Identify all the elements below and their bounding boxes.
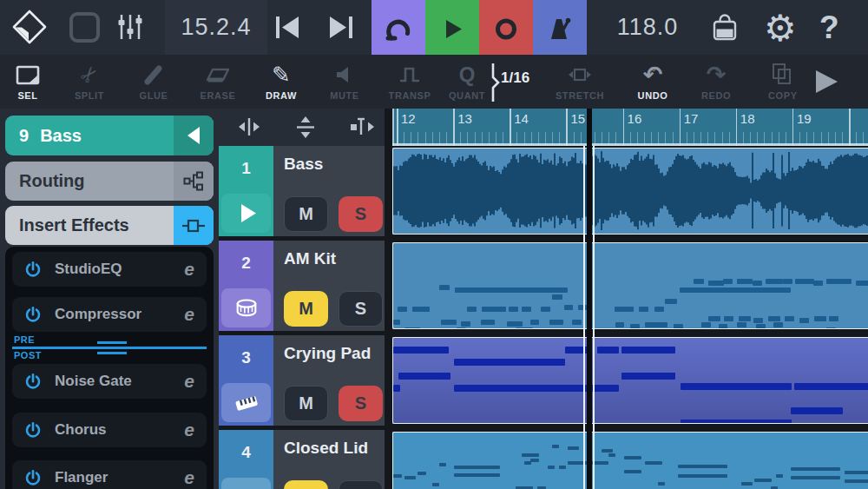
edit-effect-button[interactable]: e xyxy=(184,304,194,325)
track-row-bass[interactable]: 1 Bass M S xyxy=(219,146,385,236)
edit-effect-button[interactable]: e xyxy=(184,420,194,440)
power-icon[interactable] xyxy=(24,469,42,486)
mute-button[interactable]: M xyxy=(284,196,328,232)
track-row-cryingpad[interactable]: 3 Crying Pad M S xyxy=(219,335,385,426)
cycle-loop-button[interactable] xyxy=(372,0,425,58)
power-icon[interactable] xyxy=(24,421,42,439)
tool-mute[interactable]: MUTE xyxy=(317,55,372,109)
keys-track-icon[interactable] xyxy=(221,383,271,422)
tempo-display[interactable]: 118.0 xyxy=(608,0,687,55)
midi-note xyxy=(509,307,518,312)
stop-button[interactable] xyxy=(69,12,100,43)
midi-note xyxy=(799,318,809,323)
midi-clip-closedlid[interactable] xyxy=(392,432,868,489)
midi-note xyxy=(507,321,523,327)
tool-undo[interactable]: ↶° UNDO xyxy=(625,55,681,109)
selected-track-name: Bass xyxy=(40,126,82,145)
tool-select[interactable]: SEL xyxy=(0,55,56,109)
ruler-bar-label: 19 xyxy=(797,111,812,126)
power-icon[interactable] xyxy=(24,306,42,323)
shop-bag-icon[interactable] xyxy=(710,12,740,42)
help-button[interactable]: ? xyxy=(819,0,839,55)
edit-effect-button[interactable]: e xyxy=(184,467,194,488)
settings-gear-icon[interactable]: ⚙ xyxy=(764,3,797,54)
effect-slot-compressor[interactable]: Compressor e xyxy=(12,297,207,332)
mute-button[interactable]: M xyxy=(284,480,328,489)
power-icon[interactable] xyxy=(24,373,42,390)
track-name[interactable]: Crying Pad xyxy=(284,344,371,363)
tool-stretch[interactable]: STRETCH xyxy=(552,55,608,109)
effect-slot-chorus[interactable]: Chorus e xyxy=(12,413,207,447)
track-name[interactable]: Closed Lid xyxy=(284,439,368,458)
rewind-to-start-icon[interactable] xyxy=(274,14,300,41)
midi-note xyxy=(708,281,724,286)
pre-post-divider[interactable] xyxy=(12,347,207,349)
collapse-inspector-button[interactable] xyxy=(174,116,214,155)
divider-handle[interactable] xyxy=(97,352,127,354)
clip-split-edge xyxy=(583,146,585,489)
midi-note xyxy=(530,320,539,325)
keys-track-icon[interactable] xyxy=(221,478,271,489)
tool-glue[interactable]: GLUE xyxy=(126,55,181,109)
midi-note xyxy=(826,279,844,284)
zoom-vertical-icon[interactable] xyxy=(296,116,315,139)
zoom-horizontal-icon[interactable] xyxy=(238,117,260,136)
mute-button[interactable]: M xyxy=(284,386,328,421)
midi-clip-amkit[interactable] xyxy=(392,242,868,329)
audio-clip-bass[interactable] xyxy=(392,148,868,235)
track-row-closedlid[interactable]: 4 Closed Lid M S xyxy=(219,430,385,489)
midi-note xyxy=(615,322,624,327)
divider-handle[interactable] xyxy=(97,341,127,344)
time-display[interactable]: 15.2.4 xyxy=(165,0,267,55)
solo-button[interactable]: S xyxy=(339,196,383,232)
drum-track-icon[interactable] xyxy=(221,288,271,327)
midi-note xyxy=(615,307,634,312)
mute-button[interactable]: M xyxy=(284,291,328,327)
app-logo-icon[interactable] xyxy=(12,10,47,44)
midi-note xyxy=(665,299,677,304)
ruler-bar-label: 14 xyxy=(514,111,529,126)
track-resize-icon[interactable] xyxy=(351,117,375,136)
track-row-amkit[interactable]: 2 AM Kit M S xyxy=(219,241,385,331)
audio-track-icon[interactable] xyxy=(221,194,271,233)
selected-track-header[interactable]: 9Bass xyxy=(5,116,214,155)
insert-effects-section[interactable]: Insert Effects xyxy=(5,206,214,245)
playhead[interactable] xyxy=(587,109,592,489)
edit-effect-button[interactable]: e xyxy=(184,371,194,392)
edit-effect-button[interactable]: e xyxy=(184,259,194,280)
quantize-value[interactable]: 1/16 xyxy=(501,69,529,87)
track-name[interactable]: AM Kit xyxy=(284,249,336,268)
record-button[interactable] xyxy=(479,0,533,58)
midi-note xyxy=(572,320,582,325)
mixer-icon[interactable] xyxy=(118,14,142,40)
solo-button[interactable]: S xyxy=(339,480,383,489)
tool-redo[interactable]: ↷° REDO xyxy=(688,55,744,109)
timeline-ruler[interactable]: 1213141516171819 xyxy=(392,109,868,146)
tool-copy[interactable]: COPY xyxy=(760,55,804,109)
track-name[interactable]: Bass xyxy=(284,155,323,174)
toolbar-expand-icon[interactable] xyxy=(814,69,838,94)
power-icon[interactable] xyxy=(24,261,42,278)
fast-forward-icon[interactable] xyxy=(328,14,354,41)
ruler-tick-major xyxy=(849,109,851,146)
midi-note xyxy=(795,279,814,284)
solo-button[interactable]: S xyxy=(339,291,383,327)
effect-slot-noisegate[interactable]: Noise Gate e xyxy=(12,364,207,399)
midi-note xyxy=(791,467,840,471)
zoom-toolbar xyxy=(219,109,385,146)
metronome-button[interactable] xyxy=(533,0,587,58)
routing-section[interactable]: Routing xyxy=(5,162,214,201)
midi-note xyxy=(678,465,727,468)
effect-slot-flanger[interactable]: Flanger e xyxy=(12,460,207,489)
play-icon xyxy=(438,16,466,43)
tool-draw[interactable]: ✎ DRAW xyxy=(253,55,309,109)
tool-split[interactable]: ✂ SPLIT xyxy=(62,55,117,109)
play-button[interactable] xyxy=(425,0,479,58)
quantize-bracket-icon xyxy=(484,63,500,102)
solo-button[interactable]: S xyxy=(339,386,383,421)
midi-note xyxy=(541,307,550,312)
midi-clip-cryingpad[interactable] xyxy=(392,337,868,424)
tool-transpose[interactable]: TRANSP xyxy=(382,55,437,109)
effect-slot-studioeq[interactable]: StudioEQ e xyxy=(12,252,207,287)
tool-erase[interactable]: ERASE xyxy=(190,55,246,109)
